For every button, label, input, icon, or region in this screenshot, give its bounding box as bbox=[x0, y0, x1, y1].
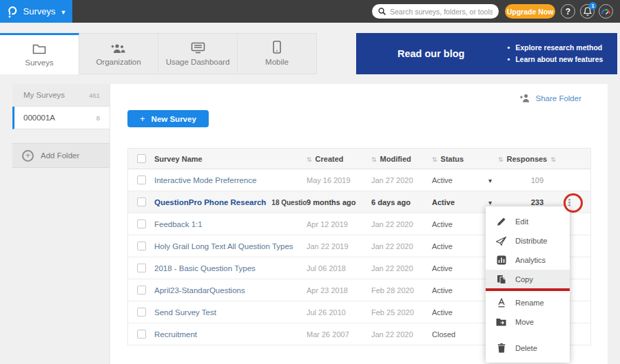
app-menu[interactable]: Surveys ▼ bbox=[0, 0, 72, 23]
sort-icon[interactable] bbox=[547, 155, 556, 163]
plus-icon bbox=[140, 115, 152, 123]
share-folder-label: Share Folder bbox=[536, 94, 581, 103]
row-checkbox[interactable] bbox=[137, 220, 146, 228]
tab-label: Organization bbox=[96, 58, 141, 66]
folders-sidebar: My Surveys 461 000001A 8 Add Folder bbox=[12, 84, 110, 364]
question-count-badge: 18 Questions bbox=[271, 199, 307, 206]
share-folder-link[interactable]: Share Folder bbox=[519, 94, 581, 103]
created-cell: 9 months ago bbox=[307, 198, 371, 206]
new-survey-button[interactable]: New Survey bbox=[127, 110, 209, 127]
col-survey-name[interactable]: Survey Name bbox=[154, 155, 203, 163]
folder-count: 461 bbox=[89, 92, 100, 99]
context-menu-item[interactable]: Copy bbox=[486, 270, 570, 289]
status-dropdown-caret[interactable] bbox=[488, 176, 492, 184]
plus-circle-icon bbox=[22, 150, 34, 162]
context-menu-item[interactable]: Delete bbox=[486, 339, 570, 358]
trash-icon bbox=[496, 343, 506, 354]
folder-icon bbox=[32, 42, 46, 54]
context-menu-item[interactable]: Edit bbox=[486, 212, 570, 231]
global-search[interactable] bbox=[372, 4, 499, 19]
survey-name-link[interactable]: Recruitment bbox=[154, 330, 197, 339]
send-icon bbox=[496, 236, 506, 246]
sort-icon[interactable] bbox=[307, 155, 316, 163]
menu-item-label: Delete bbox=[515, 344, 537, 352]
responses-cell: 233 bbox=[498, 198, 549, 206]
app-menu-label: Surveys bbox=[23, 6, 56, 17]
col-status[interactable]: Status bbox=[441, 155, 464, 163]
status-cell: Active bbox=[432, 220, 475, 228]
module-tab[interactable]: Usage Dashboard bbox=[158, 33, 238, 74]
survey-name-link[interactable]: Feedback 1:1 bbox=[154, 220, 203, 228]
row-checkbox[interactable] bbox=[137, 308, 146, 317]
modified-cell: Feb 28 2020 bbox=[371, 286, 432, 295]
organization-icon bbox=[111, 41, 126, 54]
chevron-down-icon: ▼ bbox=[61, 9, 67, 16]
search-input[interactable] bbox=[390, 8, 493, 16]
notification-badge: 1 bbox=[589, 2, 597, 10]
table-row: Interactive Mode Preferrence May 16 2019… bbox=[128, 169, 590, 191]
table-header: Survey Name Created Modified Status Resp… bbox=[128, 149, 590, 169]
col-responses[interactable]: Responses bbox=[507, 155, 548, 163]
modified-cell: Jan 27 2020 bbox=[371, 176, 432, 184]
folder-item[interactable]: My Surveys 461 bbox=[12, 84, 110, 107]
tab-label: Mobile bbox=[265, 58, 289, 66]
modified-cell: Jan 22 2020 bbox=[371, 220, 432, 228]
module-tab[interactable]: Mobile bbox=[238, 33, 317, 74]
tab-label: Surveys bbox=[25, 58, 54, 67]
module-tab[interactable]: Surveys bbox=[0, 33, 79, 74]
row-context-menu: Edit Distribute Analytics Copy Rename bbox=[486, 206, 570, 363]
row-checkbox[interactable] bbox=[137, 264, 146, 272]
usage-gauge-button[interactable] bbox=[599, 4, 613, 19]
status-dropdown-caret[interactable] bbox=[488, 198, 492, 206]
folder-item[interactable]: 000001A 8 bbox=[12, 107, 110, 129]
add-folder-label: Add Folder bbox=[41, 151, 79, 160]
add-folder-button[interactable]: Add Folder bbox=[12, 143, 110, 168]
banner-bullet: Explore research method bbox=[507, 42, 603, 54]
context-menu-item[interactable]: Analytics bbox=[486, 250, 570, 270]
status-cell: Active bbox=[432, 198, 475, 206]
created-cell: May 16 2019 bbox=[307, 176, 371, 184]
row-checkbox[interactable] bbox=[137, 242, 146, 250]
survey-name-link[interactable]: April23-StandarQuestions bbox=[154, 286, 245, 295]
row-checkbox[interactable] bbox=[137, 175, 146, 184]
survey-name-link[interactable]: Holy Grail Long Text All Question Types bbox=[154, 242, 293, 250]
notifications-button[interactable]: 1 bbox=[580, 4, 595, 19]
upgrade-now-button[interactable]: Upgrade Now bbox=[505, 4, 555, 19]
row-checkbox[interactable] bbox=[137, 286, 146, 295]
row-checkbox[interactable] bbox=[137, 330, 146, 339]
survey-name-link[interactable]: 2018 - Basic Question Types bbox=[154, 264, 256, 272]
module-tab[interactable]: Organization bbox=[79, 33, 158, 74]
sort-icon[interactable] bbox=[498, 155, 507, 163]
help-label: ? bbox=[566, 7, 570, 17]
chart-icon bbox=[496, 255, 506, 266]
questionpro-logo-icon bbox=[6, 5, 19, 19]
created-cell: Jan 22 2019 bbox=[307, 242, 371, 250]
modified-cell: 6 days ago bbox=[371, 198, 432, 206]
modified-cell: Jan 22 2020 bbox=[371, 242, 432, 250]
context-menu-item[interactable]: Rename bbox=[486, 293, 570, 312]
search-icon bbox=[378, 8, 386, 15]
context-menu-item[interactable]: Distribute bbox=[486, 231, 570, 250]
folder-label: My Surveys bbox=[23, 91, 65, 99]
status-cell: Active bbox=[432, 286, 475, 295]
modified-cell: Feb 25 2020 bbox=[371, 308, 432, 317]
sidebar-spacer bbox=[12, 129, 110, 143]
pencil-icon bbox=[496, 217, 506, 227]
survey-name-link[interactable]: Send Survey Test bbox=[154, 308, 216, 317]
col-modified[interactable]: Modified bbox=[380, 155, 411, 163]
sort-icon[interactable] bbox=[432, 155, 441, 163]
folder-count: 8 bbox=[96, 114, 100, 122]
responses-cell: 109 bbox=[498, 176, 549, 184]
row-checkbox[interactable] bbox=[137, 197, 146, 206]
sort-icon[interactable] bbox=[371, 155, 380, 163]
help-button[interactable]: ? bbox=[561, 4, 575, 19]
blog-banner[interactable]: Read our blog Explore research methodLea… bbox=[356, 33, 617, 74]
menu-item-label: Analytics bbox=[515, 256, 546, 264]
select-all-checkbox[interactable] bbox=[137, 154, 146, 163]
survey-name-link[interactable]: Interactive Mode Preferrence bbox=[154, 176, 256, 184]
mobile-icon bbox=[273, 41, 281, 54]
survey-name-link[interactable]: QuestionPro Phone Research bbox=[154, 198, 266, 206]
context-menu-item[interactable]: Move bbox=[486, 312, 570, 332]
col-created[interactable]: Created bbox=[316, 155, 344, 163]
menu-item-label: Copy bbox=[515, 275, 533, 283]
